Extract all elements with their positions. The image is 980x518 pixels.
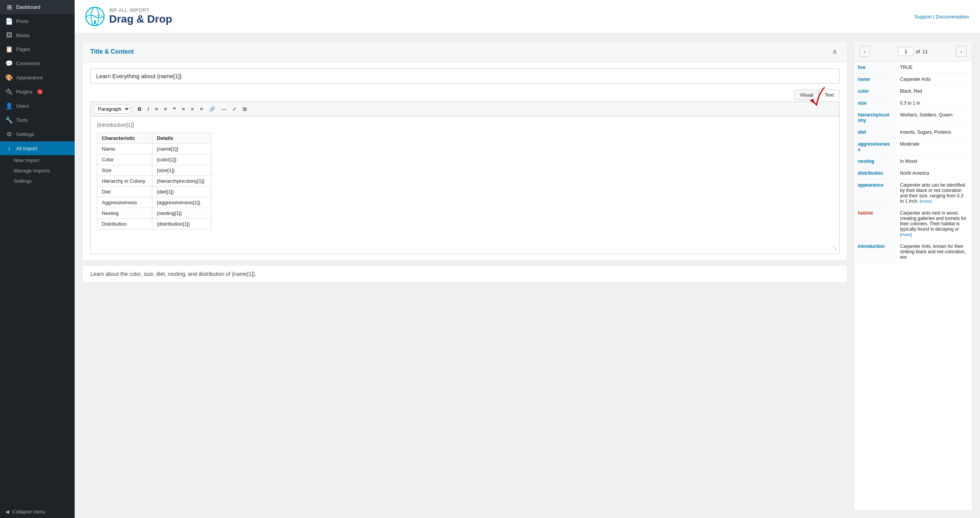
sidebar-item-appearance[interactable]: 🎨 Appearance bbox=[0, 70, 75, 85]
data-row-key: introduction bbox=[854, 241, 896, 263]
data-row[interactable]: nameCarpenter Ants bbox=[854, 74, 972, 85]
table-row: Distribution{distribution[1]} bbox=[97, 219, 212, 229]
main-content: WP ALL IMPORT Drag & Drop Support | Docu… bbox=[75, 0, 980, 518]
sidebar-item-comments[interactable]: 💬 Comments bbox=[0, 56, 75, 70]
ol-button[interactable]: ≡ bbox=[162, 105, 170, 113]
data-row[interactable]: nestingIn Wood bbox=[854, 156, 972, 167]
title-input[interactable] bbox=[90, 69, 840, 84]
page-number-input[interactable] bbox=[898, 47, 913, 56]
table-row: Hierarchy in Colony{hierarchyincolony[1]… bbox=[97, 176, 212, 187]
editor-tabs: Visual Text bbox=[90, 90, 840, 100]
editor-resize-handle[interactable]: ⤡ bbox=[833, 245, 838, 252]
sidebar-item-users[interactable]: 👤 Users bbox=[0, 99, 75, 113]
data-row[interactable]: distributionNorth America bbox=[854, 167, 972, 179]
editor-content[interactable]: {introduction[1]} Characteristic Details… bbox=[90, 116, 840, 254]
data-row-value: 0.3 to 1 in bbox=[896, 97, 972, 109]
table-cell-characteristic: Diet bbox=[97, 187, 152, 197]
table-cell-detail: {aggressiveness[1]} bbox=[152, 197, 211, 208]
section-header: Title & Content ∧ bbox=[83, 41, 847, 62]
sidebar-item-pages[interactable]: 📋 Pages bbox=[0, 42, 75, 56]
plugins-icon: 🔌 bbox=[5, 88, 13, 95]
support-link[interactable]: Support bbox=[914, 14, 932, 20]
excerpt-text: Learn about the color, size, diet, nesti… bbox=[90, 271, 256, 277]
sidebar-item-plugins[interactable]: 🔌 Plugins 1 bbox=[0, 85, 75, 99]
data-row[interactable]: appearanceCarpenter ants can be identifi… bbox=[854, 179, 972, 207]
table-cell-characteristic: Name bbox=[97, 144, 152, 154]
sidebar-item-media[interactable]: 🖼 Media bbox=[0, 28, 75, 42]
sidebar-item-tools[interactable]: 🔧 Tools bbox=[0, 113, 75, 127]
sidebar-item-posts[interactable]: 📄 Posts bbox=[0, 14, 75, 28]
fullscreen-button[interactable]: ⤢ bbox=[230, 105, 239, 113]
data-row[interactable]: hierarchyincolonyWorkers, Soldiers, Quee… bbox=[854, 109, 972, 126]
table-row: Size{size[1]} bbox=[97, 165, 212, 176]
align-center-button[interactable]: ≡ bbox=[188, 105, 197, 113]
collapse-menu[interactable]: ◀ Collapse menu bbox=[0, 505, 75, 518]
align-right-button[interactable]: ≡ bbox=[197, 105, 206, 113]
table-cell-characteristic: Aggressiveness bbox=[97, 197, 152, 208]
visual-tab[interactable]: Visual bbox=[794, 90, 819, 100]
quote-button[interactable]: ❝ bbox=[170, 105, 178, 113]
table-row: Nesting{nesting[1]} bbox=[97, 208, 212, 219]
sidebar-item-all-import[interactable]: ↓ All Import bbox=[0, 141, 75, 155]
collapse-icon: ◀ bbox=[5, 509, 9, 515]
sidebar-item-settings[interactable]: ⚙ Settings bbox=[0, 127, 75, 141]
data-row-key: diet bbox=[854, 126, 896, 138]
table-header-characteristic: Characteristic bbox=[97, 133, 152, 144]
table-cell-characteristic: Nesting bbox=[97, 208, 152, 219]
ul-button[interactable]: ≡ bbox=[152, 105, 161, 113]
text-tab[interactable]: Text bbox=[819, 90, 840, 100]
data-row-key: aggressiveness bbox=[854, 138, 896, 155]
section-collapse-button[interactable]: ∧ bbox=[830, 47, 840, 57]
more-link[interactable]: [more] bbox=[919, 199, 932, 203]
table-cell-detail: {distribution[1]} bbox=[152, 219, 211, 229]
page-navigation: of 11 bbox=[898, 47, 928, 56]
hr-button[interactable]: — bbox=[219, 105, 229, 113]
right-panel: ‹ of 11 › liveTRUEnameCarpenter Antscolo… bbox=[854, 41, 972, 510]
table-button[interactable]: ⊞ bbox=[240, 105, 250, 113]
data-row[interactable]: habitatCarpenter ants nest in wood, crea… bbox=[854, 207, 972, 241]
data-row-value: Insects, Sugars, Proteins bbox=[896, 126, 972, 138]
data-row-value: TRUE bbox=[896, 62, 972, 73]
data-row-key: distribution bbox=[854, 167, 896, 179]
media-icon: 🖼 bbox=[5, 32, 13, 39]
table-cell-detail: {diet[1]} bbox=[152, 187, 211, 197]
table-cell-characteristic: Hierarchy in Colony bbox=[97, 176, 152, 187]
data-row[interactable]: introductionCarpenter Ants, known for th… bbox=[854, 241, 972, 263]
bold-button[interactable]: B bbox=[135, 105, 144, 113]
editor-data-table: Characteristic Details Name{name[1]}Colo… bbox=[97, 133, 212, 229]
italic-button[interactable]: I bbox=[145, 105, 152, 113]
data-row-key: live bbox=[854, 62, 896, 73]
data-row[interactable]: colorBlack, Red bbox=[854, 85, 972, 97]
editor-wrapper: Visual Text Paragraph bbox=[83, 87, 847, 260]
data-row-value: Carpenter Ants bbox=[896, 74, 972, 85]
data-row-value: Carpenter ants nest in wood, creating ga… bbox=[896, 207, 972, 240]
sidebar-sub-new-import[interactable]: New Import bbox=[0, 155, 75, 166]
sidebar-sub-settings[interactable]: Settings bbox=[0, 176, 75, 186]
data-row-key: habitat bbox=[854, 207, 896, 240]
data-row[interactable]: dietInsects, Sugars, Proteins bbox=[854, 126, 972, 138]
link-button[interactable]: 🔗 bbox=[206, 105, 218, 113]
sidebar: ⊞ Dashboard 📄 Posts 🖼 Media 📋 Pages 💬 Co… bbox=[0, 0, 75, 518]
data-row-key: name bbox=[854, 74, 896, 85]
sidebar-sub-manage-imports[interactable]: Manage Imports bbox=[0, 166, 75, 176]
data-row-key: hierarchyincolony bbox=[854, 109, 896, 126]
table-row: Diet{diet[1]} bbox=[97, 187, 212, 197]
data-row[interactable]: aggressivenessModerate bbox=[854, 138, 972, 156]
table-cell-characteristic: Distribution bbox=[97, 219, 152, 229]
paragraph-select[interactable]: Paragraph bbox=[94, 104, 130, 114]
sidebar-item-dashboard[interactable]: ⊞ Dashboard bbox=[0, 0, 75, 14]
appearance-icon: 🎨 bbox=[5, 74, 13, 81]
data-row[interactable]: size0.3 to 1 in bbox=[854, 97, 972, 109]
excerpt-card: Learn about the color, size, diet, nesti… bbox=[82, 265, 848, 283]
page-body: Title & Content ∧ Visual Text bbox=[75, 33, 980, 518]
align-left-button[interactable]: ≡ bbox=[179, 105, 188, 113]
docs-link[interactable]: Documentation bbox=[936, 14, 969, 20]
prev-page-button[interactable]: ‹ bbox=[859, 46, 870, 57]
next-page-button[interactable]: › bbox=[956, 46, 967, 57]
table-cell-characteristic: Color bbox=[97, 154, 152, 165]
data-row[interactable]: liveTRUE bbox=[854, 62, 972, 74]
data-row-value: In Wood bbox=[896, 156, 972, 167]
editor-introduction-placeholder: {introduction[1]} bbox=[97, 122, 833, 128]
table-cell-detail: {nesting[1]} bbox=[152, 208, 211, 219]
more-link[interactable]: [more] bbox=[900, 232, 912, 237]
